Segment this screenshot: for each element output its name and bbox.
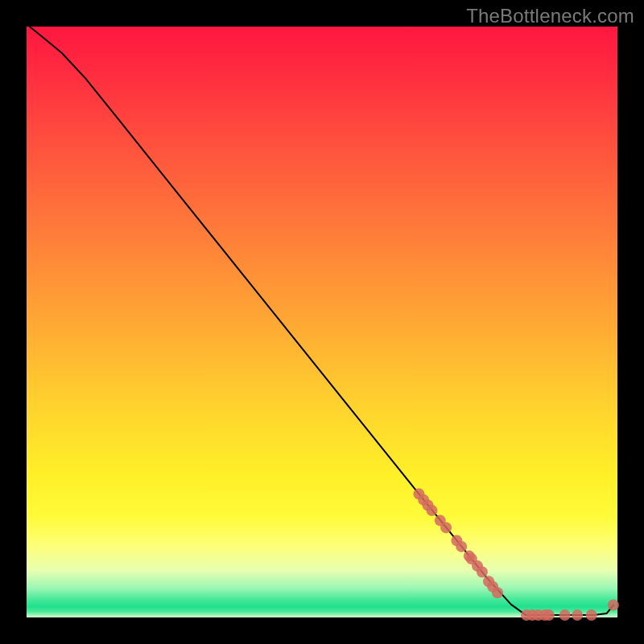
scatter-markers [413, 489, 619, 621]
svg-point-22 [586, 609, 597, 621]
svg-point-23 [608, 600, 619, 611]
chart-gradient-area [27, 27, 617, 617]
svg-point-11 [477, 567, 488, 578]
svg-point-21 [572, 609, 583, 621]
svg-point-14 [492, 587, 503, 598]
watermark-text: TheBottleneck.com [466, 5, 634, 27]
svg-point-7 [456, 541, 467, 552]
svg-point-5 [440, 522, 452, 533]
curve-line [30, 27, 613, 615]
chart-overlay-svg [27, 27, 617, 617]
svg-point-3 [427, 505, 438, 516]
chart-stage: TheBottleneck.com [0, 0, 644, 644]
svg-point-19 [543, 609, 555, 621]
svg-point-20 [559, 609, 571, 621]
